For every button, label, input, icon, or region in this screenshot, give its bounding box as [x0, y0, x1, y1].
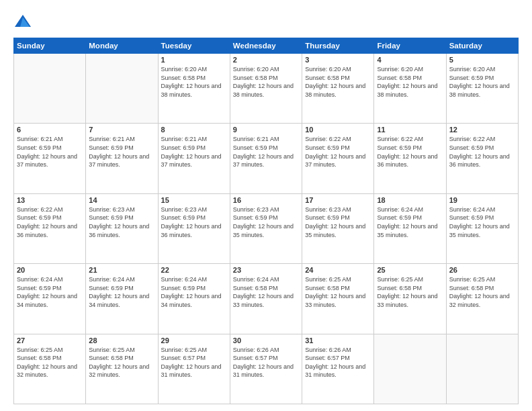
weekday-header-saturday: Saturday	[446, 38, 518, 54]
day-info: Sunrise: 6:23 AM Sunset: 6:59 PM Dayligh…	[305, 205, 371, 239]
day-number: 9	[233, 126, 299, 134]
calendar-cell: 31Sunrise: 6:26 AM Sunset: 6:57 PM Dayli…	[302, 334, 374, 404]
day-number: 27	[17, 336, 83, 345]
calendar-cell: 16Sunrise: 6:23 AM Sunset: 6:59 PM Dayli…	[230, 193, 302, 263]
logo	[13, 12, 35, 31]
calendar-week-2: 6Sunrise: 6:21 AM Sunset: 6:59 PM Daylig…	[14, 124, 519, 193]
day-info: Sunrise: 6:20 AM Sunset: 6:58 PM Dayligh…	[377, 65, 443, 99]
calendar-cell	[14, 54, 86, 124]
day-info: Sunrise: 6:24 AM Sunset: 6:59 PM Dayligh…	[89, 275, 154, 309]
calendar-cell: 21Sunrise: 6:24 AM Sunset: 6:59 PM Dayli…	[86, 264, 158, 334]
calendar-cell: 13Sunrise: 6:22 AM Sunset: 6:59 PM Dayli…	[14, 193, 86, 263]
day-info: Sunrise: 6:25 AM Sunset: 6:58 PM Dayligh…	[377, 275, 443, 309]
calendar-cell: 29Sunrise: 6:25 AM Sunset: 6:57 PM Dayli…	[158, 334, 230, 404]
day-info: Sunrise: 6:20 AM Sunset: 6:58 PM Dayligh…	[305, 65, 371, 99]
day-number: 13	[17, 196, 83, 204]
day-number: 21	[89, 266, 154, 274]
day-info: Sunrise: 6:25 AM Sunset: 6:58 PM Dayligh…	[305, 275, 371, 309]
calendar-cell: 20Sunrise: 6:24 AM Sunset: 6:59 PM Dayli…	[14, 264, 86, 334]
day-number: 1	[161, 56, 227, 64]
weekday-header-tuesday: Tuesday	[158, 38, 230, 54]
day-number: 24	[305, 266, 371, 274]
page: SundayMondayTuesdayWednesdayThursdayFrid…	[0, 0, 532, 411]
calendar-cell: 17Sunrise: 6:23 AM Sunset: 6:59 PM Dayli…	[302, 193, 374, 263]
day-info: Sunrise: 6:23 AM Sunset: 6:59 PM Dayligh…	[89, 205, 154, 239]
day-number: 17	[305, 196, 371, 204]
day-number: 4	[377, 56, 443, 64]
day-number: 19	[449, 196, 515, 204]
day-number: 31	[305, 336, 371, 345]
day-info: Sunrise: 6:25 AM Sunset: 6:57 PM Dayligh…	[161, 346, 227, 379]
day-number: 8	[161, 126, 227, 134]
day-number: 22	[161, 266, 227, 274]
day-number: 30	[233, 336, 299, 345]
day-number: 18	[377, 196, 443, 204]
day-info: Sunrise: 6:24 AM Sunset: 6:59 PM Dayligh…	[161, 275, 227, 309]
day-info: Sunrise: 6:23 AM Sunset: 6:59 PM Dayligh…	[233, 205, 299, 239]
day-info: Sunrise: 6:20 AM Sunset: 6:58 PM Dayligh…	[161, 65, 227, 99]
calendar-cell: 10Sunrise: 6:22 AM Sunset: 6:59 PM Dayli…	[302, 124, 374, 193]
day-number: 2	[233, 56, 299, 64]
day-number: 16	[233, 196, 299, 204]
day-number: 29	[161, 336, 227, 345]
day-info: Sunrise: 6:23 AM Sunset: 6:59 PM Dayligh…	[161, 205, 227, 239]
calendar-week-5: 27Sunrise: 6:25 AM Sunset: 6:58 PM Dayli…	[14, 334, 519, 404]
weekday-header-wednesday: Wednesday	[230, 38, 302, 54]
calendar-cell: 5Sunrise: 6:20 AM Sunset: 6:59 PM Daylig…	[446, 54, 518, 124]
day-info: Sunrise: 6:22 AM Sunset: 6:59 PM Dayligh…	[17, 205, 83, 239]
calendar-week-3: 13Sunrise: 6:22 AM Sunset: 6:59 PM Dayli…	[14, 193, 519, 263]
logo-icon	[13, 12, 32, 31]
header	[13, 12, 519, 31]
day-info: Sunrise: 6:20 AM Sunset: 6:59 PM Dayligh…	[449, 65, 515, 99]
day-info: Sunrise: 6:24 AM Sunset: 6:59 PM Dayligh…	[17, 275, 83, 309]
calendar-cell: 11Sunrise: 6:22 AM Sunset: 6:59 PM Dayli…	[374, 124, 446, 193]
day-info: Sunrise: 6:25 AM Sunset: 6:58 PM Dayligh…	[89, 346, 154, 379]
day-info: Sunrise: 6:20 AM Sunset: 6:58 PM Dayligh…	[233, 65, 299, 99]
calendar-cell: 4Sunrise: 6:20 AM Sunset: 6:58 PM Daylig…	[374, 54, 446, 124]
day-number: 20	[17, 266, 83, 274]
calendar-cell: 1Sunrise: 6:20 AM Sunset: 6:58 PM Daylig…	[158, 54, 230, 124]
weekday-header-thursday: Thursday	[302, 38, 374, 54]
calendar-cell: 24Sunrise: 6:25 AM Sunset: 6:58 PM Dayli…	[302, 264, 374, 334]
weekday-header-monday: Monday	[86, 38, 158, 54]
day-number: 3	[305, 56, 371, 64]
calendar-cell: 26Sunrise: 6:25 AM Sunset: 6:58 PM Dayli…	[446, 264, 518, 334]
day-number: 15	[161, 196, 227, 204]
calendar-cell: 19Sunrise: 6:24 AM Sunset: 6:59 PM Dayli…	[446, 193, 518, 263]
day-number: 11	[377, 126, 443, 134]
day-number: 28	[89, 336, 154, 345]
calendar-cell: 15Sunrise: 6:23 AM Sunset: 6:59 PM Dayli…	[158, 193, 230, 263]
calendar-cell: 14Sunrise: 6:23 AM Sunset: 6:59 PM Dayli…	[86, 193, 158, 263]
calendar-cell	[446, 334, 518, 404]
calendar-cell: 25Sunrise: 6:25 AM Sunset: 6:58 PM Dayli…	[374, 264, 446, 334]
day-info: Sunrise: 6:24 AM Sunset: 6:59 PM Dayligh…	[377, 205, 443, 239]
calendar-cell: 2Sunrise: 6:20 AM Sunset: 6:58 PM Daylig…	[230, 54, 302, 124]
day-number: 12	[449, 126, 515, 134]
calendar-week-1: 1Sunrise: 6:20 AM Sunset: 6:58 PM Daylig…	[14, 54, 519, 124]
calendar-cell: 18Sunrise: 6:24 AM Sunset: 6:59 PM Dayli…	[374, 193, 446, 263]
day-info: Sunrise: 6:24 AM Sunset: 6:58 PM Dayligh…	[233, 275, 299, 309]
day-info: Sunrise: 6:25 AM Sunset: 6:58 PM Dayligh…	[17, 346, 83, 379]
calendar-cell	[86, 54, 158, 124]
day-info: Sunrise: 6:21 AM Sunset: 6:59 PM Dayligh…	[89, 135, 154, 169]
day-number: 10	[305, 126, 371, 134]
day-number: 14	[89, 196, 154, 204]
day-number: 25	[377, 266, 443, 274]
calendar-table: SundayMondayTuesdayWednesdayThursdayFrid…	[13, 38, 519, 404]
calendar-cell: 7Sunrise: 6:21 AM Sunset: 6:59 PM Daylig…	[86, 124, 158, 193]
weekday-header-row: SundayMondayTuesdayWednesdayThursdayFrid…	[14, 38, 519, 54]
calendar-week-4: 20Sunrise: 6:24 AM Sunset: 6:59 PM Dayli…	[14, 264, 519, 334]
day-info: Sunrise: 6:22 AM Sunset: 6:59 PM Dayligh…	[305, 135, 371, 169]
day-number: 7	[89, 126, 154, 134]
day-number: 5	[449, 56, 515, 64]
day-info: Sunrise: 6:21 AM Sunset: 6:59 PM Dayligh…	[17, 135, 83, 169]
calendar-cell: 23Sunrise: 6:24 AM Sunset: 6:58 PM Dayli…	[230, 264, 302, 334]
calendar-cell: 28Sunrise: 6:25 AM Sunset: 6:58 PM Dayli…	[86, 334, 158, 404]
calendar-cell: 22Sunrise: 6:24 AM Sunset: 6:59 PM Dayli…	[158, 264, 230, 334]
weekday-header-friday: Friday	[374, 38, 446, 54]
day-info: Sunrise: 6:24 AM Sunset: 6:59 PM Dayligh…	[449, 205, 515, 239]
day-info: Sunrise: 6:22 AM Sunset: 6:59 PM Dayligh…	[377, 135, 443, 169]
calendar-cell: 3Sunrise: 6:20 AM Sunset: 6:58 PM Daylig…	[302, 54, 374, 124]
weekday-header-sunday: Sunday	[14, 38, 86, 54]
day-info: Sunrise: 6:26 AM Sunset: 6:57 PM Dayligh…	[233, 346, 299, 379]
